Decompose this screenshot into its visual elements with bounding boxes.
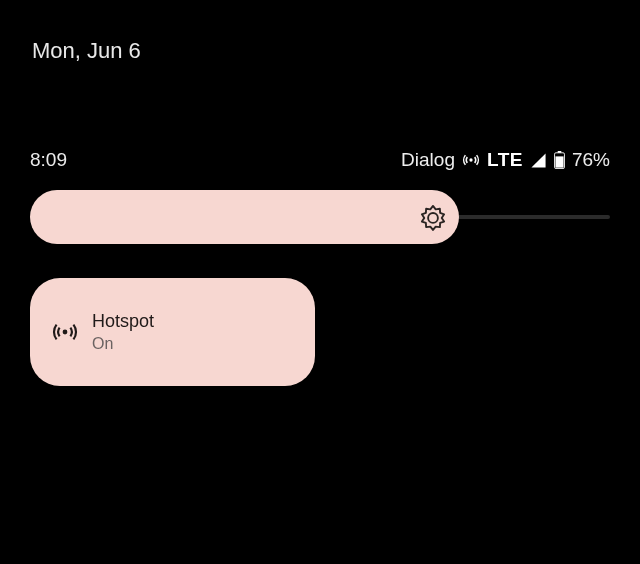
hotspot-tile-text: Hotspot On bbox=[92, 309, 154, 355]
svg-point-0 bbox=[469, 158, 472, 161]
battery-icon bbox=[554, 151, 565, 169]
hotspot-subtitle: On bbox=[92, 333, 154, 355]
brightness-fill bbox=[30, 190, 459, 244]
svg-point-5 bbox=[428, 213, 438, 223]
brightness-icon bbox=[419, 203, 447, 231]
hotspot-icon bbox=[52, 319, 78, 345]
svg-marker-4 bbox=[422, 206, 444, 230]
hotspot-icon bbox=[462, 151, 480, 169]
carrier-label: Dialog bbox=[401, 149, 455, 171]
network-type-label: LTE bbox=[487, 149, 523, 171]
status-bar: 8:09 Dialog LTE 76% bbox=[30, 148, 610, 172]
hotspot-tile[interactable]: Hotspot On bbox=[30, 278, 315, 386]
clock: 8:09 bbox=[30, 149, 67, 171]
brightness-slider[interactable] bbox=[30, 190, 610, 244]
status-indicators: Dialog LTE 76% bbox=[401, 149, 610, 171]
svg-point-6 bbox=[63, 330, 68, 335]
svg-rect-3 bbox=[555, 156, 563, 167]
battery-percent: 76% bbox=[572, 149, 610, 171]
signal-icon bbox=[530, 152, 547, 169]
hotspot-title: Hotspot bbox=[92, 309, 154, 333]
date-label: Mon, Jun 6 bbox=[32, 38, 141, 64]
